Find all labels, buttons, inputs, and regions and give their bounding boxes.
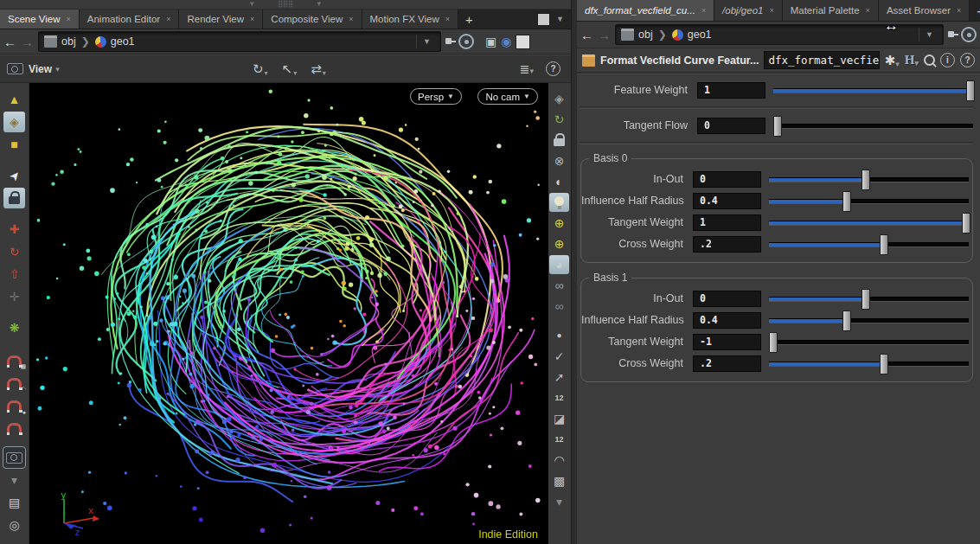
group-title[interactable]: Basis 1 xyxy=(589,272,631,284)
toolbar-scroll-down-icon[interactable]: ▾ xyxy=(549,492,569,511)
gear-menu-icon[interactable]: ✱▾ xyxy=(885,53,900,68)
tab-close-icon[interactable]: × xyxy=(866,7,870,15)
shading-mode-icon[interactable]: ◐ xyxy=(549,172,569,191)
param-slider[interactable] xyxy=(769,354,970,373)
normal-lighting-icon[interactable] xyxy=(549,193,569,212)
pin-icon[interactable] xyxy=(445,35,454,48)
param-value-field[interactable]: 0.4 xyxy=(693,312,761,329)
slider-handle[interactable] xyxy=(962,213,970,234)
tab-dfx-format-vecfield-cu-[interactable]: dfx_format_vecfield_cu...× xyxy=(577,0,714,21)
3d-viewport[interactable]: Persp ▼ No cam ▼ y x z Indie Edi xyxy=(29,83,547,544)
slider-track[interactable] xyxy=(769,340,969,345)
slider-track[interactable] xyxy=(769,242,969,247)
node-type-icon[interactable] xyxy=(582,54,595,67)
snap-point-icon[interactable]: ● xyxy=(3,394,25,414)
forward-button[interactable]: → xyxy=(598,29,611,42)
flipbook-icon[interactable]: ◎ xyxy=(3,515,25,535)
tab-close-icon[interactable]: × xyxy=(957,7,961,15)
breadcrumb-obj[interactable]: obj xyxy=(44,35,76,48)
slider-track[interactable] xyxy=(769,199,969,204)
param-slider[interactable] xyxy=(769,234,970,253)
slider-handle[interactable] xyxy=(842,310,851,331)
pane-menu-icon[interactable]: ▼ xyxy=(556,15,564,23)
param-slider[interactable] xyxy=(773,80,975,99)
view-tool-icon[interactable] xyxy=(3,447,25,468)
param-value-field[interactable]: .2 xyxy=(693,355,761,372)
show-dynamics-icon[interactable]: ■ xyxy=(3,134,25,155)
path-dropdown-button[interactable]: ▼ xyxy=(919,28,938,42)
param-value-field[interactable]: 0 xyxy=(693,171,761,188)
param-value-field[interactable]: 1 xyxy=(697,82,765,99)
radial-menu-icon[interactable] xyxy=(458,34,474,49)
slider-track[interactable] xyxy=(769,362,969,367)
more-tools-icon[interactable]: ▾ xyxy=(3,470,25,490)
hide-other-objects-icon[interactable]: ◈ xyxy=(549,89,569,108)
view-orbit-icon[interactable]: ↻▾ xyxy=(253,61,268,77)
onion-skin-icon[interactable]: ∞ xyxy=(549,297,569,316)
rotate-tool-icon[interactable]: ↻ xyxy=(3,241,25,262)
splitter-arrow-left-icon[interactable]: ▼ xyxy=(248,1,255,8)
path-dropdown-button[interactable]: ▼ xyxy=(416,35,435,48)
tab-material-palette[interactable]: Material Palette× xyxy=(783,0,879,21)
headlight-only-icon[interactable]: ⊕ xyxy=(549,214,569,233)
tab-close-icon[interactable]: × xyxy=(445,16,450,23)
tab-close-icon[interactable]: × xyxy=(701,7,706,15)
back-button[interactable]: ← xyxy=(580,29,593,42)
lock-camera-icon[interactable] xyxy=(549,131,569,150)
xray-display-icon[interactable]: ∞ xyxy=(549,276,569,295)
show-geometry-icon[interactable]: ◈ xyxy=(3,112,25,132)
viewport-canvas[interactable] xyxy=(29,83,548,544)
projection-button[interactable]: Persp ▼ xyxy=(410,88,462,105)
point-numbers-icon[interactable]: 12 xyxy=(549,388,569,407)
camera-pan-icon[interactable]: ⇄▾ xyxy=(311,61,326,77)
slider-handle[interactable] xyxy=(773,116,782,137)
disable-constraints-icon[interactable]: ⊗ xyxy=(549,151,569,170)
tab-animation-editor[interactable]: Animation Editor× xyxy=(80,10,180,29)
param-value-field[interactable]: -1 xyxy=(693,334,761,350)
render-region-icon[interactable]: ▤ xyxy=(3,492,25,513)
tab-close-icon[interactable]: × xyxy=(67,16,71,23)
prim-numbers-icon[interactable]: 12 xyxy=(549,430,569,449)
tab-motion-fx-view[interactable]: Motion FX View× xyxy=(362,10,459,29)
snap-grid-icon[interactable]: ▦ xyxy=(3,349,25,369)
back-button[interactable]: ← xyxy=(3,35,16,48)
slider-handle[interactable] xyxy=(862,170,870,190)
help-icon[interactable]: ? xyxy=(546,61,560,76)
view-camera-icon[interactable] xyxy=(7,63,23,74)
houdini-logo-icon[interactable]: H▾ xyxy=(905,53,919,67)
param-slider[interactable] xyxy=(769,332,970,351)
slider-handle[interactable] xyxy=(966,80,975,101)
auto-update-icon[interactable]: ↻ xyxy=(549,110,569,129)
scale-tool-icon[interactable]: ⇧ xyxy=(3,264,25,285)
tab-close-icon[interactable]: × xyxy=(166,16,170,23)
breadcrumb-obj[interactable]: obj xyxy=(621,29,653,41)
search-icon[interactable] xyxy=(924,54,935,66)
tab-composite-view[interactable]: Composite View× xyxy=(263,10,362,29)
smooth-shading-icon[interactable]: ◕ xyxy=(549,255,569,274)
pane-splitter-handle[interactable]: ▼ ⣿⣿⣿ ▼ xyxy=(0,0,571,10)
snap-curve-icon[interactable]: ◠ xyxy=(3,371,25,392)
path-field[interactable]: obj ❯ geo1 ▼ xyxy=(38,31,441,52)
prim-normals-icon[interactable]: ◪ xyxy=(549,409,569,428)
param-value-field[interactable]: 1 xyxy=(693,214,761,231)
color-swatch-button[interactable] xyxy=(516,35,530,49)
high-quality-lighting-icon[interactable]: ⊕ xyxy=(549,234,569,253)
param-value-field[interactable]: 0 xyxy=(693,291,761,307)
select-tool-icon[interactable]: ➤ xyxy=(3,165,25,186)
pose-tool-icon[interactable]: ✛ xyxy=(3,286,25,307)
material-sphere-icon[interactable]: ◉ xyxy=(501,35,511,48)
snap-multi-icon[interactable] xyxy=(3,416,25,437)
param-value-field[interactable]: 0 xyxy=(697,118,765,134)
info-icon[interactable]: i xyxy=(940,53,955,67)
tab--obj-geo1[interactable]: /obj/geo1× xyxy=(714,0,783,21)
camera-select-button[interactable]: No cam ▼ xyxy=(477,88,538,105)
pane-maximize-button[interactable] xyxy=(537,13,550,26)
point-normals-icon[interactable]: ✓ xyxy=(549,347,569,366)
character-pick-icon[interactable]: ❋ xyxy=(3,317,25,338)
slider-handle[interactable] xyxy=(880,354,888,374)
param-slider[interactable] xyxy=(769,289,970,308)
splitter-grip-icon[interactable]: ⣿⣿⣿ xyxy=(278,1,293,8)
move-tool-icon[interactable]: ✚ xyxy=(3,219,25,240)
show-objects-icon[interactable]: ▲ xyxy=(3,89,25,110)
slider-handle[interactable] xyxy=(769,332,778,353)
